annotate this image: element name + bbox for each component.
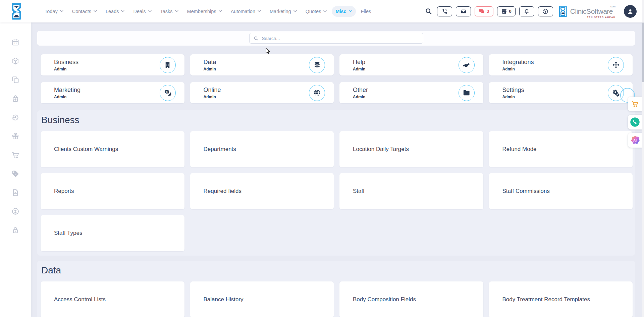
- category-card[interactable]: Other Admin: [339, 82, 483, 103]
- nav-item-label: Leads: [106, 9, 119, 14]
- sidebar-item[interactable]: [11, 113, 19, 121]
- item-card-title: Refund Mode: [502, 146, 626, 153]
- category-title: Other: [353, 87, 459, 94]
- sidebar-item[interactable]: [11, 207, 19, 215]
- category-card[interactable]: Business Admin: [41, 54, 184, 75]
- folder-icon: [463, 89, 470, 97]
- item-card-title: Required fields: [204, 188, 327, 195]
- item-card-title: Location Daily Targets: [353, 146, 477, 153]
- sidebar-item[interactable]: [11, 76, 19, 84]
- scrollbar[interactable]: [642, 0, 644, 317]
- nav-item[interactable]: Automation: [227, 6, 265, 17]
- main-nav: Today Contacts Leads Deals: [41, 6, 375, 17]
- item-card[interactable]: Staff Types: [41, 215, 184, 251]
- brand-logo[interactable]: ClinicSoftware .com TEN STEPS AHEAD: [559, 5, 616, 17]
- sidebar: 12 $: [0, 22, 31, 317]
- item-card[interactable]: Required fields: [190, 173, 334, 209]
- sidebar-item[interactable]: [11, 226, 19, 234]
- item-card[interactable]: Balance History: [190, 281, 334, 317]
- phone-icon: [442, 8, 448, 14]
- nav-item[interactable]: Leads: [102, 6, 128, 17]
- ai-icon: [630, 135, 640, 145]
- sidebar-item[interactable]: [11, 151, 19, 159]
- avatar[interactable]: [624, 5, 637, 18]
- category-subtitle: Admin: [204, 67, 309, 71]
- item-card[interactable]: Refund Mode: [489, 131, 633, 167]
- item-card[interactable]: Staff: [339, 173, 483, 209]
- move-icon: [612, 61, 620, 69]
- section: Business Clients Custom Warnings Departm…: [37, 110, 635, 256]
- chevron-down-icon: [148, 10, 152, 12]
- notifications-button[interactable]: [519, 6, 534, 16]
- category-card[interactable]: Data Admin: [190, 54, 334, 75]
- item-card-title: Staff Commissions: [502, 188, 626, 195]
- category-card[interactable]: Online Admin: [190, 82, 334, 103]
- phone-button[interactable]: [437, 6, 452, 16]
- nav-item[interactable]: Tasks: [157, 6, 182, 17]
- sidebar-item[interactable]: [11, 189, 19, 197]
- comments-dollar-icon: $: [164, 89, 171, 97]
- category-card[interactable]: Integrations Admin: [489, 54, 633, 75]
- item-card[interactable]: Reports: [41, 173, 184, 209]
- category-title: Data: [204, 59, 309, 66]
- search-icon[interactable]: [425, 8, 432, 15]
- nav-item-label: Marketing: [270, 9, 291, 14]
- chat-icon: [479, 8, 485, 14]
- category-grid: Business Admin Data Admin Help Admin: [41, 54, 633, 103]
- item-card[interactable]: Clients Custom Warnings: [41, 131, 184, 167]
- sidebar-item[interactable]: [11, 95, 19, 103]
- cart-icon: [631, 100, 639, 108]
- nav-item-label: Quotes: [306, 9, 321, 14]
- item-card[interactable]: Departments: [190, 131, 334, 167]
- nav-item[interactable]: Memberships: [183, 6, 226, 17]
- item-card[interactable]: Body Composition Fields: [339, 281, 483, 317]
- sidebar-item[interactable]: $: [11, 170, 19, 178]
- ai-tab[interactable]: AI: [628, 133, 642, 148]
- sections: Business Clients Custom Warnings Departm…: [37, 110, 635, 317]
- svg-text:12: 12: [14, 42, 17, 45]
- section: Data Access Control Lists Balance Histor…: [37, 261, 635, 317]
- nav-item[interactable]: Files: [357, 6, 375, 17]
- gift-icon: [11, 132, 19, 140]
- category-card[interactable]: Marketing Admin $: [41, 82, 184, 103]
- category-card[interactable]: Settings Admin: [489, 82, 633, 103]
- help-button[interactable]: [538, 6, 553, 16]
- sidebar-item[interactable]: [11, 57, 19, 65]
- app-logo-hourglass-icon[interactable]: [9, 2, 24, 21]
- sidebar-item[interactable]: [11, 132, 19, 140]
- category-subtitle: Admin: [54, 95, 160, 99]
- nav-item[interactable]: Contacts: [68, 6, 101, 17]
- nav-item[interactable]: Quotes: [302, 6, 331, 17]
- nav-item[interactable]: Today: [41, 6, 67, 17]
- nav-item[interactable]: Deals: [129, 6, 155, 17]
- whatsapp-tab[interactable]: [628, 115, 642, 129]
- nav-item-label: Today: [45, 9, 58, 14]
- item-card[interactable]: Location Daily Targets: [339, 131, 483, 167]
- cart-tab[interactable]: [628, 97, 642, 111]
- chat-button[interactable]: 3: [475, 6, 493, 16]
- item-card[interactable]: Staff Commissions: [489, 173, 633, 209]
- badge-count: 3: [487, 9, 489, 14]
- inbox-button[interactable]: [456, 6, 471, 16]
- register-button[interactable]: 0: [497, 6, 516, 16]
- scrollbar-thumb[interactable]: [642, 22, 644, 82]
- chevron-down-icon: [349, 10, 352, 12]
- brand-tagline: TEN STEPS AHEAD: [587, 16, 615, 18]
- category-title: Settings: [502, 87, 608, 94]
- chevron-down-icon: [121, 10, 124, 12]
- category-subtitle: Admin: [204, 95, 309, 99]
- item-card[interactable]: Access Control Lists: [41, 281, 184, 317]
- item-card[interactable]: Body Treatment Record Templates: [489, 281, 633, 317]
- nav-item[interactable]: Marketing: [266, 6, 301, 17]
- sidebar-item[interactable]: 12: [11, 38, 19, 46]
- nav-item-label: Memberships: [187, 9, 216, 14]
- item-card-title: Staff Types: [54, 230, 178, 236]
- header-toolbar: 3 0 ClinicSoftware .com TEN STEPS AHEAD: [425, 5, 644, 18]
- nav-item[interactable]: Misc: [332, 6, 356, 17]
- calendar-12-icon: 12: [11, 38, 19, 46]
- package-icon: [11, 57, 19, 65]
- item-card-title: Departments: [204, 146, 327, 153]
- category-subtitle: Admin: [502, 95, 608, 99]
- category-card[interactable]: Help Admin: [339, 54, 483, 75]
- search-input[interactable]: [261, 36, 419, 41]
